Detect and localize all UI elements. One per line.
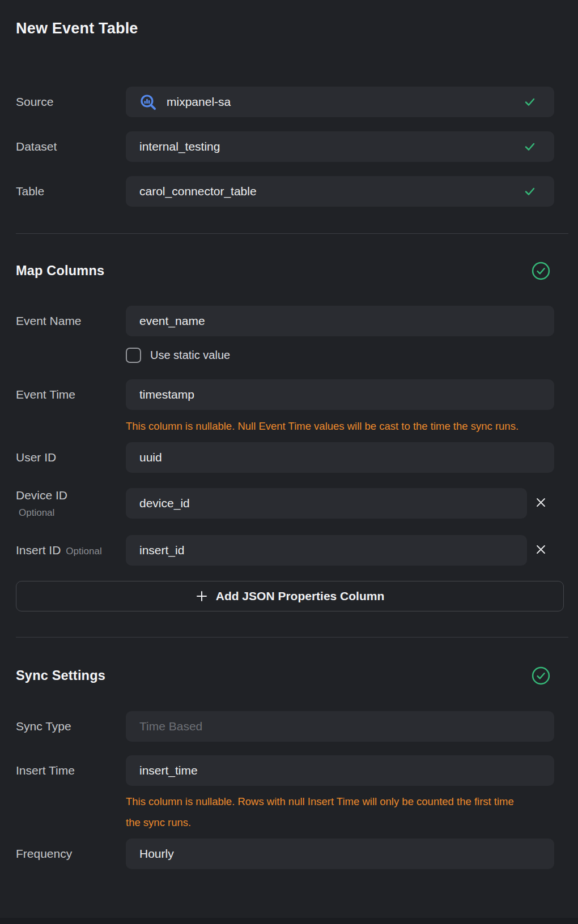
event-time-label: Event Time bbox=[16, 388, 75, 401]
sync-settings-header: Sync Settings bbox=[16, 666, 554, 685]
event-name-select[interactable]: event_name bbox=[126, 306, 554, 336]
page-title: New Event Table bbox=[16, 19, 554, 38]
user-id-label: User ID bbox=[16, 451, 56, 464]
user-id-row: User ID uuid bbox=[16, 442, 554, 473]
table-row: Table carol_connector_table bbox=[16, 176, 554, 207]
device-id-optional-label: Optional bbox=[16, 507, 119, 519]
sync-type-row: Sync Type Time Based bbox=[16, 711, 554, 742]
use-static-value-option[interactable]: Use static value bbox=[126, 347, 554, 363]
add-json-properties-label: Add JSON Properties Column bbox=[216, 589, 385, 603]
new-event-table-form: New Event Table Source mixpanel-sa Datas… bbox=[0, 0, 554, 869]
insert-time-value: insert_time bbox=[139, 764, 198, 777]
insert-time-row: Insert Time insert_time bbox=[16, 755, 554, 786]
section-complete-check-circle-icon bbox=[532, 262, 550, 280]
map-columns-title: Map Columns bbox=[16, 263, 104, 279]
source-select[interactable]: mixpanel-sa bbox=[126, 87, 554, 117]
bigquery-search-chart-icon bbox=[139, 93, 157, 111]
table-select[interactable]: carol_connector_table bbox=[126, 176, 554, 207]
section-complete-check-circle-icon bbox=[532, 666, 550, 685]
dataset-select[interactable]: internal_testing bbox=[126, 131, 554, 162]
event-name-value: event_name bbox=[139, 314, 205, 328]
valid-checkmark-icon bbox=[523, 185, 537, 198]
panel-bottom-edge bbox=[0, 918, 578, 924]
map-columns-header: Map Columns bbox=[16, 261, 554, 280]
event-name-label: Event Name bbox=[16, 314, 82, 327]
plus-icon bbox=[196, 590, 208, 602]
device-id-select[interactable]: device_id bbox=[126, 488, 527, 519]
table-value: carol_connector_table bbox=[139, 185, 257, 198]
user-id-value: uuid bbox=[139, 451, 162, 464]
dataset-label: Dataset bbox=[16, 140, 57, 153]
source-row: Source mixpanel-sa bbox=[16, 87, 554, 117]
remove-device-id-button[interactable] bbox=[527, 488, 554, 519]
add-json-properties-button[interactable]: Add JSON Properties Column bbox=[16, 581, 564, 611]
insert-id-select[interactable]: insert_id bbox=[126, 535, 527, 566]
frequency-select[interactable]: Hourly bbox=[126, 839, 554, 869]
source-value: mixpanel-sa bbox=[167, 95, 231, 109]
insert-time-label: Insert Time bbox=[16, 764, 75, 777]
frequency-value: Hourly bbox=[139, 847, 174, 861]
source-label: Source bbox=[16, 95, 54, 108]
insert-id-label: Insert ID bbox=[16, 544, 61, 557]
device-id-value: device_id bbox=[139, 497, 190, 510]
event-time-select[interactable]: timestamp bbox=[126, 379, 554, 410]
sync-type-select: Time Based bbox=[126, 711, 554, 742]
valid-checkmark-icon bbox=[523, 95, 537, 109]
insert-id-value: insert_id bbox=[139, 544, 184, 557]
sync-type-label: Sync Type bbox=[16, 720, 71, 733]
event-name-row: Event Name event_name bbox=[16, 306, 554, 336]
remove-insert-id-button[interactable] bbox=[527, 535, 554, 566]
dataset-value: internal_testing bbox=[139, 140, 220, 153]
section-divider bbox=[16, 637, 568, 638]
event-time-nullable-warning: This column is nullable. Null Event Time… bbox=[126, 416, 524, 437]
event-time-row: Event Time timestamp bbox=[16, 379, 554, 410]
sync-type-value: Time Based bbox=[139, 720, 202, 733]
frequency-label: Frequency bbox=[16, 847, 72, 860]
device-id-label: Device ID bbox=[16, 489, 119, 502]
dataset-row: Dataset internal_testing bbox=[16, 131, 554, 162]
event-time-value: timestamp bbox=[139, 388, 194, 401]
user-id-select[interactable]: uuid bbox=[126, 442, 554, 473]
x-close-icon bbox=[535, 544, 547, 557]
static-value-label: Use static value bbox=[150, 349, 230, 362]
valid-checkmark-icon bbox=[523, 140, 537, 153]
frequency-row: Frequency Hourly bbox=[16, 839, 554, 869]
device-id-row: Device ID Optional device_id bbox=[16, 488, 554, 519]
x-close-icon bbox=[535, 497, 547, 510]
insert-time-select[interactable]: insert_time bbox=[126, 755, 554, 786]
insert-time-nullable-warning: This column is nullable. Rows with null … bbox=[126, 791, 524, 833]
insert-id-optional-label: Optional bbox=[66, 546, 101, 557]
table-label: Table bbox=[16, 185, 44, 198]
sync-settings-title: Sync Settings bbox=[16, 668, 105, 683]
insert-id-row: Insert ID Optional insert_id bbox=[16, 535, 554, 566]
static-value-checkbox[interactable] bbox=[126, 348, 141, 363]
section-divider bbox=[16, 233, 568, 234]
